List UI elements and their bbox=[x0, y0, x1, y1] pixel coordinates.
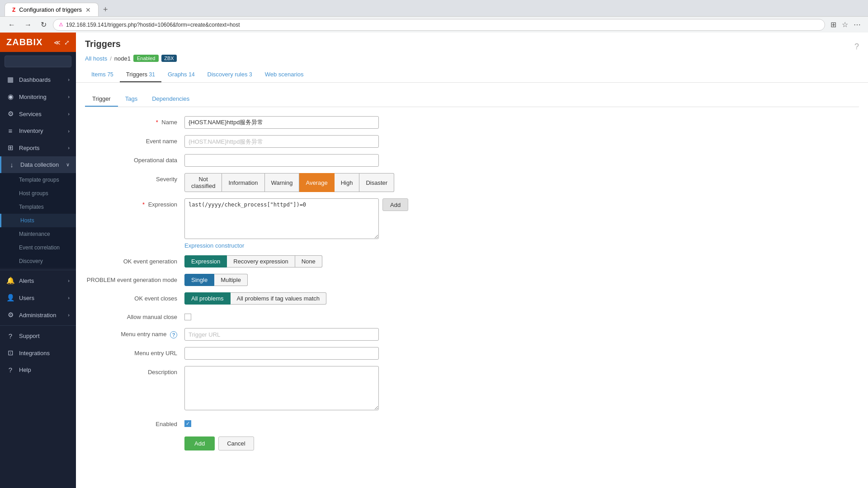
problem-event-single[interactable]: Single bbox=[184, 274, 214, 286]
collapse-icon[interactable]: ≪ bbox=[54, 39, 61, 46]
chevron-right-icon: › bbox=[68, 312, 70, 318]
sidebar-item-maintenance[interactable]: Maintenance bbox=[0, 227, 76, 241]
form-row-severity: Severity Not classified Information Warn… bbox=[85, 173, 859, 192]
reload-button[interactable]: ↻ bbox=[38, 19, 49, 31]
form-row-expression: * Expression last(/yyyy/check_process["h… bbox=[85, 198, 859, 249]
expression-constructor-link[interactable]: Expression constructor bbox=[184, 242, 244, 249]
operational-data-input[interactable] bbox=[184, 154, 379, 167]
bookmark-button[interactable]: ☆ bbox=[840, 19, 850, 31]
enabled-checkbox[interactable] bbox=[184, 420, 191, 427]
monitoring-icon: ◉ bbox=[6, 93, 14, 101]
form-area: Trigger Tags Dependencies * Name Event n… bbox=[76, 83, 868, 488]
severity-high[interactable]: High bbox=[335, 173, 360, 192]
sidebar-item-dashboards[interactable]: ▦ Dashboards › bbox=[0, 71, 76, 88]
severity-average[interactable]: Average bbox=[299, 173, 334, 192]
sidebar-item-alerts[interactable]: 🔔 Alerts › bbox=[0, 272, 76, 289]
expand-icon[interactable]: ⤢ bbox=[64, 39, 70, 46]
sidebar-search-input[interactable] bbox=[5, 56, 71, 67]
name-label: * Name bbox=[85, 116, 184, 126]
expression-textarea[interactable]: last(/yyyy/check_process["httpd"])=0 bbox=[184, 198, 379, 239]
sidebar-item-integrations[interactable]: ⊡ Integrations bbox=[0, 344, 76, 361]
close-tab-button[interactable]: ✕ bbox=[85, 6, 91, 14]
sidebar-item-event-correlation[interactable]: Event correlation bbox=[0, 241, 76, 254]
sidebar-item-label: Alerts bbox=[19, 277, 34, 284]
form-tab-dependencies[interactable]: Dependencies bbox=[145, 92, 197, 107]
form-row-menu-entry-url: Menu entry URL bbox=[85, 347, 859, 360]
ok-closes-tag[interactable]: All problems if tag values match bbox=[231, 292, 327, 305]
address-bar[interactable]: ⚠ 192.168.159.141/triggers.php?hostid=10… bbox=[53, 19, 825, 31]
sidebar-item-label: Integrations bbox=[19, 350, 50, 357]
description-textarea[interactable] bbox=[184, 366, 379, 410]
back-button[interactable]: ← bbox=[5, 19, 18, 31]
inventory-icon: ≡ bbox=[6, 127, 14, 135]
sidebar-item-administration[interactable]: ⚙ Administration › bbox=[0, 306, 76, 324]
add-button[interactable]: Add bbox=[184, 436, 215, 450]
severity-disaster[interactable]: Disaster bbox=[359, 173, 394, 192]
help-button[interactable]: ? bbox=[854, 42, 859, 52]
severity-information[interactable]: Information bbox=[222, 173, 264, 192]
allow-manual-close-checkbox[interactable] bbox=[184, 314, 191, 320]
sidebar: ZABBIX ≪ ⤢ ▦ Dashboards › ◉ Monitoring ›… bbox=[0, 33, 76, 488]
sidebar-item-label: Inventory bbox=[19, 127, 43, 134]
main-header: Triggers ? All hosts / node1 Enabled ZBX… bbox=[76, 33, 868, 83]
ok-event-recovery[interactable]: Recovery expression bbox=[227, 255, 295, 267]
menu-entry-name-control bbox=[184, 328, 383, 341]
tab-triggers[interactable]: Triggers 31 bbox=[120, 67, 161, 82]
more-button[interactable]: ⋯ bbox=[852, 19, 863, 31]
problem-event-multiple[interactable]: Multiple bbox=[214, 274, 248, 286]
chevron-right-icon: › bbox=[68, 77, 70, 82]
name-input[interactable] bbox=[184, 116, 379, 129]
browser-toolbar-icons: ⊞ ☆ ⋯ bbox=[829, 19, 863, 31]
sidebar-item-hosts[interactable]: Hosts bbox=[0, 214, 76, 227]
sidebar-item-discovery[interactable]: Discovery bbox=[0, 254, 76, 268]
sidebar-divider-2 bbox=[0, 325, 76, 326]
severity-warning[interactable]: Warning bbox=[265, 173, 300, 192]
ok-event-expression[interactable]: Expression bbox=[184, 255, 227, 267]
ok-event-none[interactable]: None bbox=[295, 255, 322, 267]
menu-entry-url-control bbox=[184, 347, 383, 360]
tab-web-scenarios[interactable]: Web scenarios bbox=[259, 67, 310, 82]
sidebar-item-templates[interactable]: Templates bbox=[0, 200, 76, 214]
tab-discovery-rules[interactable]: Discovery rules 3 bbox=[201, 67, 259, 82]
tab-graphs[interactable]: Graphs 14 bbox=[161, 67, 201, 82]
menu-entry-url-input[interactable] bbox=[184, 347, 379, 360]
chevron-right-icon: › bbox=[68, 278, 70, 283]
sidebar-item-monitoring[interactable]: ◉ Monitoring › bbox=[0, 88, 76, 105]
sidebar-item-template-groups[interactable]: Template groups bbox=[0, 173, 76, 187]
forward-button[interactable]: → bbox=[22, 19, 34, 31]
cancel-button[interactable]: Cancel bbox=[218, 436, 254, 450]
chevron-right-icon: › bbox=[68, 111, 70, 117]
sidebar-item-reports[interactable]: ⊞ Reports › bbox=[0, 139, 76, 156]
menu-entry-name-help-icon[interactable]: ? bbox=[170, 331, 177, 338]
add-expression-button[interactable]: Add bbox=[382, 198, 408, 211]
sidebar-item-inventory[interactable]: ≡ Inventory › bbox=[0, 122, 76, 139]
tab-items[interactable]: Items 75 bbox=[85, 67, 120, 82]
sidebar-logo: ZABBIX ≪ ⤢ bbox=[0, 33, 76, 52]
severity-button-group: Not classified Information Warning Avera… bbox=[184, 173, 383, 192]
form-tab-trigger[interactable]: Trigger bbox=[85, 92, 118, 107]
new-tab-button[interactable]: + bbox=[99, 5, 112, 14]
severity-not-classified[interactable]: Not classified bbox=[184, 173, 222, 192]
menu-entry-name-label: Menu entry name ? bbox=[85, 328, 184, 338]
enabled-control bbox=[184, 418, 383, 427]
form-row-problem-event: PROBLEM event generation mode Single Mul… bbox=[85, 274, 859, 286]
sidebar-item-support[interactable]: ? Support bbox=[0, 328, 76, 344]
menu-entry-name-input[interactable] bbox=[184, 328, 379, 341]
sidebar-item-data-collection[interactable]: ↓ Data collection ∨ bbox=[0, 156, 76, 173]
form-tab-tags[interactable]: Tags bbox=[118, 92, 145, 107]
chevron-right-icon: › bbox=[68, 128, 70, 134]
sidebar-item-services[interactable]: ⚙ Services › bbox=[0, 105, 76, 122]
sidebar-item-label: Help bbox=[19, 366, 31, 373]
sidebar-item-help[interactable]: ? Help bbox=[0, 361, 76, 378]
extensions-button[interactable]: ⊞ bbox=[829, 19, 838, 31]
sidebar-divider bbox=[0, 270, 76, 270]
tab-title: Configuration of triggers bbox=[19, 6, 82, 13]
ok-closes-all[interactable]: All problems bbox=[184, 292, 231, 305]
sidebar-item-host-groups[interactable]: Host groups bbox=[0, 187, 76, 200]
problem-event-button-group: Single Multiple bbox=[184, 274, 383, 286]
form-row-description: Description bbox=[85, 366, 859, 412]
sidebar-item-users[interactable]: 👤 Users › bbox=[0, 289, 76, 306]
breadcrumb-all-hosts[interactable]: All hosts bbox=[85, 55, 107, 62]
event-name-input[interactable] bbox=[184, 135, 379, 148]
name-control bbox=[184, 116, 383, 129]
